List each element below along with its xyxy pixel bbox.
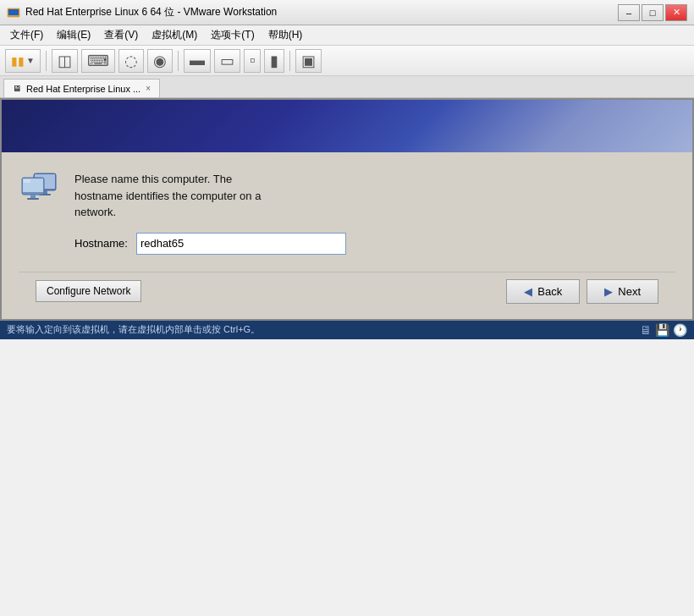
network-icon: 🖥 (640, 323, 652, 337)
svg-rect-10 (30, 195, 36, 198)
tab-icon: 🖥 (13, 84, 21, 93)
next-button[interactable]: ▶ Next (587, 279, 658, 304)
installer-body: Please name this computer. The hostname … (2, 152, 692, 319)
hostname-input[interactable] (136, 233, 346, 255)
tab-label: Red Hat Enterprise Linux ... (26, 84, 140, 94)
send-ctrlaltdel-button[interactable]: ◫ (52, 49, 78, 73)
pause-button[interactable]: ▮▮ ▼ (5, 49, 41, 73)
window-controls: – □ ✕ (618, 4, 687, 21)
snapshot2-button[interactable]: ◉ (147, 49, 173, 73)
hostname-section: Please name this computer. The hostname … (19, 169, 675, 255)
toolbar-divider (46, 51, 47, 71)
window-title: Red Hat Enterprise Linux 6 64 位 - VMware… (25, 5, 618, 19)
close-button[interactable]: ✕ (665, 4, 687, 21)
resize-button[interactable]: ▫ (244, 49, 261, 73)
description-area: Please name this computer. The hostname … (74, 169, 675, 255)
toolbar: ▮▮ ▼ ◫ ⌨ ◌ ◉ ▬ ▭ ▫ ▮ ▣ (0, 46, 694, 76)
computer-icon (19, 169, 61, 210)
toolbar-divider2 (178, 51, 179, 71)
menu-bar: 文件(F) 编辑(E) 查看(V) 虚拟机(M) 选项卡(T) 帮助(H) (0, 25, 694, 46)
app-icon (7, 6, 20, 19)
status-icons: 🖥 💾 🕐 (640, 323, 687, 337)
menu-edit[interactable]: 编辑(E) (50, 26, 97, 44)
minimize-button[interactable]: – (618, 4, 640, 21)
back-arrow-icon: ◀ (524, 285, 532, 298)
svg-rect-11 (27, 198, 39, 200)
menu-vm[interactable]: 虚拟机(M) (145, 26, 204, 44)
hostname-row: Hostname: (74, 233, 675, 255)
pause-icon: ▮▮ (11, 54, 25, 68)
menu-help[interactable]: 帮助(H) (262, 26, 310, 44)
view-button[interactable]: ▬ (184, 49, 211, 73)
back-button[interactable]: ◀ Back (506, 279, 580, 304)
hdd-icon: 💾 (655, 323, 669, 337)
configure-network-button[interactable]: Configure Network (36, 280, 141, 302)
vm-tab[interactable]: 🖥 Red Hat Enterprise Linux ... × (3, 79, 160, 97)
svg-rect-1 (8, 9, 19, 15)
status-text: 要将输入定向到该虚拟机，请在虚拟机内部单击或按 Ctrl+G。 (7, 323, 633, 336)
bottom-bar: Configure Network ◀ Back ▶ Next (19, 272, 675, 311)
svg-rect-2 (11, 15, 16, 17)
vm-content: Please name this computer. The hostname … (0, 98, 694, 321)
snapshot-button[interactable]: ⌨ (81, 49, 115, 73)
status-bar: 要将输入定向到该虚拟机，请在虚拟机内部单击或按 Ctrl+G。 🖥 💾 🕐 (0, 321, 694, 339)
settings-button[interactable]: ▣ (295, 49, 322, 73)
monitor-button[interactable]: ▭ (214, 49, 240, 73)
menu-tabs[interactable]: 选项卡(T) (204, 26, 261, 44)
fullscreen-button[interactable]: ▮ (264, 49, 284, 73)
menu-file[interactable]: 文件(F) (3, 26, 50, 44)
tab-close-button[interactable]: × (146, 84, 151, 93)
clock-icon: 🕐 (673, 323, 687, 337)
installer-header (2, 100, 692, 152)
maximize-button[interactable]: □ (642, 4, 664, 21)
toolbar-divider3 (289, 51, 290, 71)
hostname-label: Hostname: (74, 237, 128, 250)
pause-dropdown-icon: ▼ (26, 56, 35, 65)
description-text: Please name this computer. The hostname … (74, 171, 675, 221)
menu-view[interactable]: 查看(V) (97, 26, 145, 44)
svg-rect-9 (24, 179, 30, 183)
revert-button[interactable]: ◌ (118, 49, 144, 73)
title-bar: Red Hat Enterprise Linux 6 64 位 - VMware… (0, 0, 694, 25)
next-arrow-icon: ▶ (604, 285, 613, 298)
tab-bar: 🖥 Red Hat Enterprise Linux ... × (0, 76, 694, 98)
nav-buttons: ◀ Back ▶ Next (506, 279, 658, 304)
